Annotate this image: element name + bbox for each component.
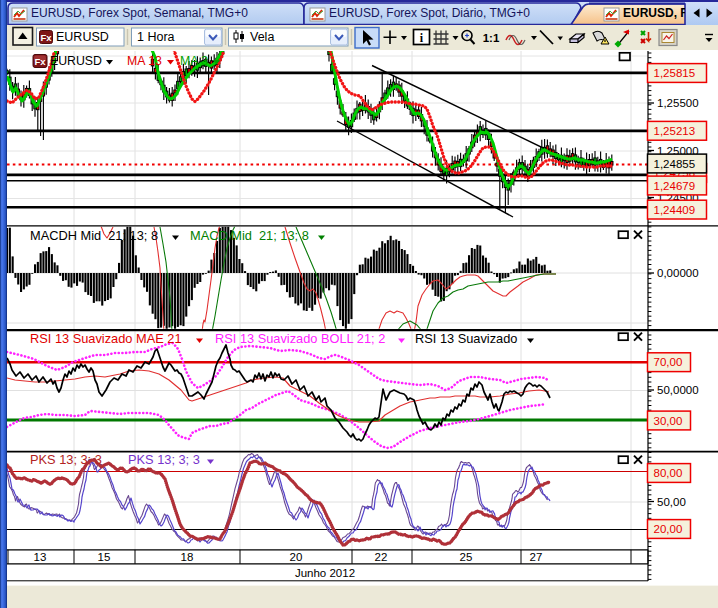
svg-text:MA 13: MA 13 [127,54,162,68]
svg-text:RSI 13 Suavizado: RSI 13 Suavizado [415,331,517,346]
svg-text:1,24409: 1,24409 [654,204,696,216]
svg-text:MA 3: MA 3 [180,54,208,68]
svg-text:Junho 2012: Junho 2012 [295,567,355,579]
svg-text:1,25500: 1,25500 [657,97,699,109]
svg-text:EURUSD: EURUSD [56,30,109,44]
svg-text:70,00: 70,00 [654,356,683,368]
svg-text:EURUSD: EURUSD [50,54,102,68]
svg-text:25: 25 [460,551,473,563]
svg-text:13: 13 [34,551,47,563]
svg-text:0,00000: 0,00000 [657,267,699,279]
svg-text:Vela: Vela [250,30,274,44]
svg-text:MACDH Mid 21; 13; 8: MACDH Mid 21; 13; 8 [30,228,158,243]
svg-text:1,24679: 1,24679 [654,180,696,192]
svg-text:1,25213: 1,25213 [654,125,696,137]
svg-text:1,24855: 1,24855 [654,158,696,170]
svg-text:50,00: 50,00 [657,496,686,508]
svg-text:15: 15 [98,551,111,563]
svg-text:RSI 13 Suavizado BOLL 21; 2: RSI 13 Suavizado BOLL 21; 2 [215,331,385,346]
svg-text:PKS 13; 3; 3: PKS 13; 3; 3 [30,452,102,467]
svg-text:RSI 13 Suavizado MAE 21: RSI 13 Suavizado MAE 21 [30,331,182,346]
svg-text:Fx: Fx [40,32,52,43]
svg-text:27: 27 [530,551,543,563]
svg-text:22: 22 [375,551,388,563]
svg-text:80,00: 80,00 [654,467,683,479]
svg-text:1:1: 1:1 [483,32,500,44]
svg-text:1 Hora: 1 Hora [137,30,175,44]
svg-text:1,25815: 1,25815 [654,67,696,79]
svg-text:18: 18 [181,551,194,563]
svg-text:50,0000: 50,0000 [657,384,699,396]
svg-text:20,00: 20,00 [654,523,683,535]
svg-text:30,00: 30,00 [654,415,683,427]
svg-text:MACD Mid 21; 13; 8: MACD Mid 21; 13; 8 [190,228,309,243]
svg-text:20: 20 [290,551,303,563]
svg-text:PKS 13; 3; 3: PKS 13; 3; 3 [128,452,200,467]
svg-text:Fx: Fx [34,56,46,67]
